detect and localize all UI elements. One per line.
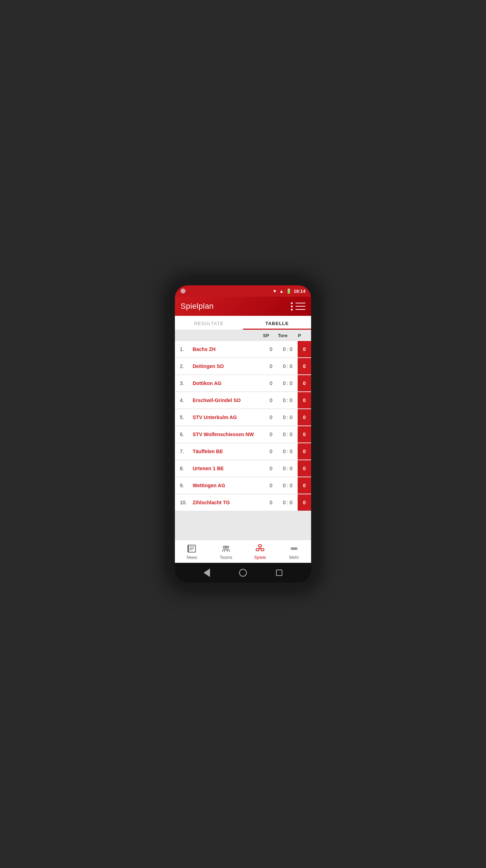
row-points: 0 (298, 409, 311, 425)
row-points: 0 (298, 460, 311, 477)
row-rank: 1. (180, 346, 190, 352)
row-name: Bachs ZH (190, 342, 264, 356)
row-name: STV Unterkulm AG (190, 410, 264, 424)
nav-label-teams: Teams (220, 555, 232, 560)
row-rank: 8. (180, 466, 190, 471)
bottom-nav: News Teams (175, 540, 311, 563)
row-rank: 4. (180, 397, 190, 403)
row-name: Zihlschlacht TG (190, 495, 264, 510)
row-tore: 0 : 0 (278, 449, 298, 454)
menu-line-icon (296, 306, 305, 307)
nav-item-teams[interactable]: Teams (209, 540, 243, 563)
row-tore: 0 : 0 (278, 432, 298, 437)
table-row[interactable]: 10. Zihlschlacht TG 0 0 : 0 0 (175, 494, 311, 511)
table-spacer (175, 511, 311, 540)
row-rank: 2. (180, 363, 190, 369)
row-tore: 0 : 0 (278, 414, 298, 420)
menu-line-icon (296, 309, 305, 310)
table-row[interactable]: 1. Bachs ZH 0 0 : 0 0 (175, 341, 311, 357)
menu-row-3 (291, 309, 305, 311)
col-sp-header: SP (259, 333, 273, 338)
table-row[interactable]: 2. Deitingen SO 0 0 : 0 0 (175, 358, 311, 374)
app-header: Spielplan (175, 297, 311, 316)
spiele-icon (255, 544, 265, 554)
row-points: 0 (298, 443, 311, 460)
svg-point-15 (293, 548, 295, 550)
row-points: 0 (298, 375, 311, 391)
row-name: Urtenen 1 BE (190, 461, 264, 476)
clock: 18:14 (294, 289, 305, 294)
menu-row-1 (291, 302, 305, 304)
tab-tabelle[interactable]: TABELLE (243, 316, 311, 330)
row-points: 0 (298, 494, 311, 511)
row-points: 0 (298, 358, 311, 374)
row-sp: 0 (264, 483, 278, 488)
news-icon (187, 544, 197, 554)
svg-rect-10 (261, 549, 264, 551)
row-tore: 0 : 0 (278, 500, 298, 505)
teams-icon (221, 544, 231, 554)
row-tore: 0 : 0 (278, 466, 298, 471)
row-rank: 7. (180, 449, 190, 454)
table-row[interactable]: 3. Dottikon AG 0 0 : 0 0 (175, 375, 311, 391)
phone-screen: ▼ ▲ 🔋 18:14 Spielplan (175, 285, 311, 583)
row-tore: 0 : 0 (278, 380, 298, 386)
row-rank: 10. (180, 500, 190, 505)
menu-row-2 (291, 306, 305, 307)
table-row[interactable]: 7. Täuffelen BE 0 0 : 0 0 (175, 443, 311, 460)
row-name: Erschwil-Grindel SO (190, 393, 264, 407)
mehr-icon (289, 544, 299, 554)
table-row[interactable]: 6. STV Wolfenschiessen NW 0 0 : 0 0 (175, 426, 311, 443)
row-sp: 0 (264, 432, 278, 437)
row-points: 0 (298, 341, 311, 357)
app-title: Spielplan (181, 302, 214, 311)
menu-line-icon (296, 303, 305, 304)
row-sp: 0 (264, 380, 278, 386)
col-p-header: P (293, 333, 306, 338)
row-sp: 0 (264, 346, 278, 352)
row-name: Täuffelen BE (190, 444, 264, 458)
row-rank: 5. (180, 414, 190, 420)
row-name: Wettingen AG (190, 478, 264, 493)
recent-button[interactable] (276, 570, 282, 576)
row-sp: 0 (264, 414, 278, 420)
row-sp: 0 (264, 363, 278, 369)
row-tore: 0 : 0 (278, 363, 298, 369)
nav-item-news[interactable]: News (175, 540, 209, 563)
nav-item-mehr[interactable]: Mehr (277, 540, 311, 563)
svg-rect-0 (188, 545, 195, 552)
back-button[interactable] (204, 568, 210, 577)
nav-label-news: News (187, 555, 197, 560)
nav-item-spiele[interactable]: Spiele (243, 540, 277, 563)
table-row[interactable]: 8. Urtenen 1 BE 0 0 : 0 0 (175, 460, 311, 477)
home-button[interactable] (239, 569, 247, 577)
signal-icon: ▲ (279, 289, 284, 294)
status-bar: ▼ ▲ 🔋 18:14 (175, 285, 311, 297)
row-sp: 0 (264, 466, 278, 471)
table-row[interactable]: 9. Wettingen AG 0 0 : 0 0 (175, 477, 311, 494)
row-points: 0 (298, 477, 311, 494)
row-tore: 0 : 0 (278, 483, 298, 488)
menu-dot-icon (291, 302, 293, 304)
svg-point-14 (291, 548, 293, 550)
tab-resultate[interactable]: RESULTATE (175, 316, 243, 330)
tab-bar: RESULTATE TABELLE (175, 316, 311, 330)
table-row[interactable]: 4. Erschwil-Grindel SO 0 0 : 0 0 (175, 392, 311, 408)
status-left (181, 289, 186, 293)
table-row[interactable]: 5. STV Unterkulm AG 0 0 : 0 0 (175, 409, 311, 425)
menu-button[interactable] (291, 302, 305, 311)
row-rank: 6. (180, 432, 190, 437)
row-tore: 0 : 0 (278, 397, 298, 403)
row-tore: 0 : 0 (278, 346, 298, 352)
row-rank: 3. (180, 380, 190, 386)
row-name: STV Wolfenschiessen NW (190, 427, 264, 441)
nav-label-mehr: Mehr (289, 555, 299, 560)
phone-frame: ▼ ▲ 🔋 18:14 Spielplan (169, 279, 317, 589)
menu-dot-icon (291, 309, 293, 311)
row-sp: 0 (264, 449, 278, 454)
svg-rect-9 (256, 549, 259, 551)
row-points: 0 (298, 392, 311, 408)
android-nav-bar (175, 563, 311, 583)
svg-rect-8 (259, 545, 261, 547)
row-name: Dottikon AG (190, 376, 264, 390)
